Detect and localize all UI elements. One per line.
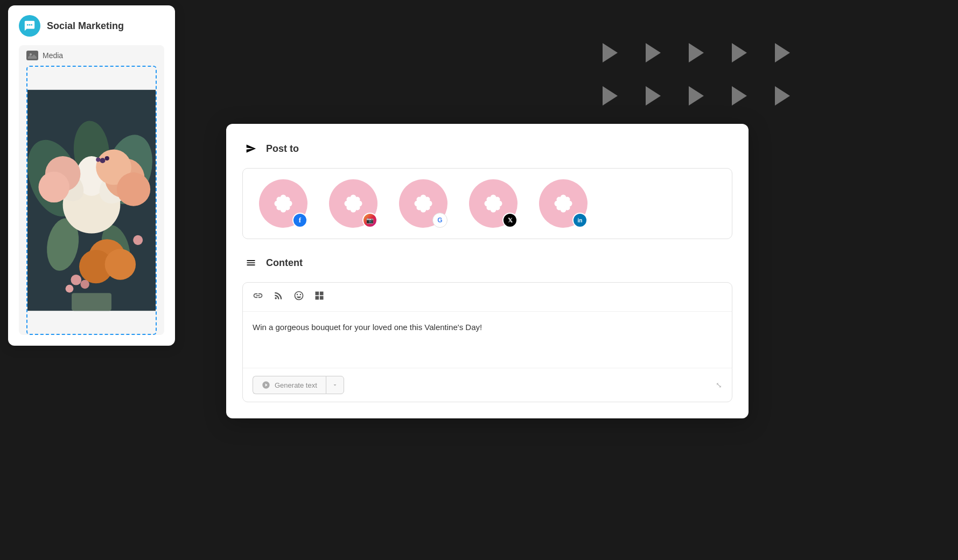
post-to-title: Post to [266,143,299,155]
post-to-header: Post to [242,140,732,157]
social-marketing-card: Social Marketing Media [8,5,175,346]
svg-point-26 [133,235,143,245]
svg-point-27 [100,158,106,163]
content-header: Content [242,254,732,271]
svg-point-55 [425,197,430,202]
svg-point-25 [66,285,74,293]
bg-arrow [775,86,790,106]
content-icon [242,254,260,271]
account-item-instagram[interactable]: 📷 [329,179,377,228]
svg-point-2 [31,24,32,26]
generate-text-label: Generate text [275,381,317,389]
bg-arrow [689,43,704,62]
svg-point-63 [487,197,492,202]
svg-point-75 [565,205,570,211]
emoji-icon[interactable] [293,290,304,304]
svg-point-0 [27,24,29,26]
generate-group: Generate text [253,376,344,394]
media-text: Media [43,51,63,60]
svg-point-36 [277,197,282,202]
svg-point-65 [487,205,492,211]
bg-arrow [775,43,790,62]
svg-point-56 [417,205,422,211]
account-item-twitter[interactable]: 𝕏 [469,179,518,228]
background-arrows [603,43,807,118]
svg-point-74 [557,205,562,211]
content-footer: Generate text ⤡ [243,368,732,402]
link-icon[interactable] [253,290,263,304]
bg-arrow [603,43,618,62]
app-icon [19,15,40,37]
bg-arrow [603,86,618,106]
google-badge: G [432,213,447,228]
content-box: Generate text ⤡ [242,282,732,402]
svg-point-28 [105,156,109,160]
svg-point-54 [417,197,422,202]
bg-arrow [689,86,704,106]
svg-point-37 [285,197,290,202]
svg-point-47 [347,205,352,211]
post-to-icon [242,140,260,157]
linkedin-badge: in [572,213,588,228]
account-item-facebook[interactable]: f [259,179,307,228]
generate-text-button[interactable]: Generate text [253,376,326,394]
svg-point-73 [565,197,570,202]
content-title: Content [266,257,303,269]
svg-point-29 [96,157,100,162]
bg-arrow [646,43,661,62]
bg-arrow [732,43,747,62]
svg-point-45 [347,197,352,202]
instagram-badge: 📷 [362,213,377,228]
media-icon [26,51,38,60]
grid-icon[interactable] [314,290,325,304]
account-item-google[interactable]: G [399,179,447,228]
content-textarea[interactable] [243,312,732,366]
bg-arrow [646,86,661,106]
svg-point-38 [277,205,282,211]
svg-point-66 [495,205,500,211]
svg-rect-30 [72,293,111,311]
svg-point-46 [355,197,360,202]
svg-point-22 [105,249,136,279]
svg-point-48 [355,205,360,211]
flower-image-container [26,66,157,335]
content-toolbar [243,283,732,312]
facebook-badge: f [292,213,307,228]
account-item-linkedin[interactable]: in [539,179,588,228]
twitter-badge: 𝕏 [502,213,518,228]
main-panel: Post to f [226,124,749,418]
accounts-container: f 📷 [242,168,732,239]
svg-point-19 [39,172,69,202]
generate-dropdown-button[interactable] [326,376,344,394]
svg-point-24 [80,280,89,289]
resize-handle: ⤡ [716,381,722,389]
svg-point-1 [29,24,31,26]
svg-point-17 [117,172,150,206]
rss-icon[interactable] [273,290,284,304]
app-title: Social Marketing [47,20,124,32]
svg-point-39 [285,205,290,211]
media-label: Media [26,51,157,60]
svg-point-72 [557,197,562,202]
svg-point-64 [495,197,500,202]
card-header: Social Marketing [19,15,164,37]
svg-point-23 [71,275,81,285]
media-section: Media [19,45,164,335]
content-section: Content [242,254,732,402]
svg-point-57 [425,205,430,211]
bg-arrow [732,86,747,106]
